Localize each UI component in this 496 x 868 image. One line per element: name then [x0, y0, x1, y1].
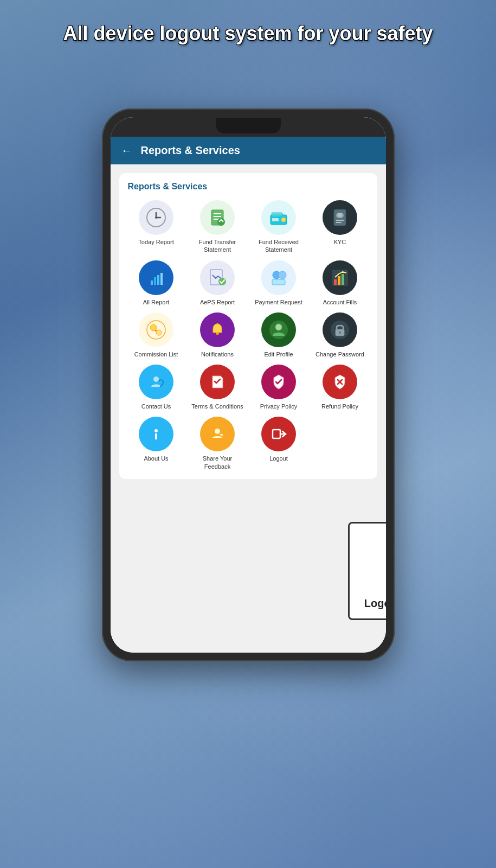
icon-fund-transfer [200, 200, 235, 235]
grid-item-aeps-report[interactable]: AePS Report [189, 260, 246, 306]
svg-rect-22 [160, 273, 163, 285]
svg-rect-20 [154, 277, 156, 285]
svg-rect-21 [157, 275, 159, 285]
icon-notifications [200, 312, 235, 347]
label-about-us: About Us [144, 455, 168, 462]
label-kyc: KYC [334, 238, 346, 246]
svg-rect-31 [342, 274, 344, 285]
label-today-report: Today Report [138, 238, 173, 246]
icon-about-us [139, 417, 173, 451]
grid-item-change-password[interactable]: Change Password [312, 312, 369, 358]
icon-commission-list [139, 312, 173, 347]
icon-refund-policy [323, 365, 357, 399]
svg-rect-37 [216, 333, 219, 335]
svg-point-26 [279, 271, 286, 279]
label-payment-request: Payment Request [255, 298, 302, 306]
back-button[interactable]: ← [121, 144, 132, 157]
svg-point-11 [281, 218, 286, 222]
icon-kyc [323, 200, 357, 235]
svg-point-40 [275, 324, 282, 330]
icon-today-report [139, 200, 173, 235]
svg-point-35 [156, 330, 162, 335]
svg-rect-12 [272, 213, 282, 217]
svg-point-43 [339, 331, 341, 334]
label-account-fills: Account Fills [323, 298, 357, 306]
label-fund-received: Fund Received Statement [250, 238, 307, 254]
grid-item-share-feedback[interactable]: Share Your Feedback [189, 417, 246, 470]
label-commission-list: Commission List [134, 350, 178, 358]
grid-item-logout[interactable]: Logout [250, 417, 307, 470]
icon-payment-request [261, 260, 296, 295]
icon-share-feedback [200, 417, 235, 451]
app-content: Reports & Services Today ReportFund Tran… [111, 164, 386, 653]
section-card: Reports & Services Today ReportFund Tran… [119, 173, 377, 479]
grid-item-today-report[interactable]: Today Report [128, 200, 185, 254]
svg-point-55 [215, 429, 220, 434]
icon-terms-conditions [200, 365, 235, 399]
icon-contact-us [139, 365, 173, 399]
grid: Today ReportFund Transfer StatementFund … [128, 200, 369, 470]
grid-item-fund-received[interactable]: Fund Received Statement [250, 200, 307, 254]
grid-item-account-fills[interactable]: Account Fills [312, 260, 369, 306]
label-fund-transfer: Fund Transfer Statement [189, 238, 246, 254]
icon-account-fills [323, 260, 357, 295]
icon-aeps-report [200, 260, 235, 295]
label-notifications: Notifications [201, 350, 234, 358]
headline: All device logout system for your safety [0, 0, 496, 56]
grid-item-commission-list[interactable]: Commission List [128, 312, 185, 358]
app-header: ← Reports & Services [111, 137, 386, 164]
label-contact-us: Contact Us [141, 403, 171, 410]
svg-rect-27 [272, 279, 285, 285]
grid-item-edit-profile[interactable]: Edit Profile [250, 312, 307, 358]
svg-rect-30 [338, 276, 340, 285]
logout-all-label: Logout All Devices [364, 597, 386, 610]
grid-item-fund-transfer[interactable]: Fund Transfer Statement [189, 200, 246, 254]
icon-all-report [139, 260, 173, 295]
label-terms-conditions: Terms & Conditions [191, 403, 243, 410]
label-change-password: Change Password [315, 350, 364, 358]
grid-item-payment-request[interactable]: Payment Request [250, 260, 307, 306]
grid-item-terms-conditions[interactable]: Terms & Conditions [189, 365, 246, 410]
icon-fund-received [261, 200, 296, 235]
icon-privacy-policy [261, 365, 296, 399]
svg-rect-19 [151, 280, 153, 285]
label-all-report: All Report [143, 298, 169, 306]
svg-point-3 [155, 216, 157, 219]
icon-edit-profile [261, 312, 296, 347]
grid-item-refund-policy[interactable]: Refund Policy [312, 365, 369, 410]
phone-mockup: ← Reports & Services Reports & Services … [102, 108, 395, 661]
svg-rect-10 [272, 218, 279, 221]
icon-change-password [323, 312, 357, 347]
label-logout: Logout [269, 455, 288, 462]
notch-area [111, 117, 386, 137]
label-privacy-policy: Privacy Policy [260, 403, 297, 410]
label-refund-policy: Refund Policy [321, 403, 358, 410]
svg-rect-29 [334, 279, 337, 285]
svg-rect-53 [155, 433, 157, 439]
grid-item-notifications[interactable]: Notifications [189, 312, 246, 358]
svg-point-52 [154, 429, 158, 432]
svg-point-15 [338, 213, 342, 217]
label-aeps-report: AePS Report [200, 298, 235, 306]
label-edit-profile: Edit Profile [264, 350, 293, 358]
section-title: Reports & Services [128, 182, 369, 192]
icon-logout [261, 417, 296, 451]
grid-item-kyc[interactable]: KYC [312, 200, 369, 254]
grid-item-privacy-policy[interactable]: Privacy Policy [250, 365, 307, 410]
svg-point-38 [216, 323, 218, 326]
header-title: Reports & Services [141, 144, 240, 157]
label-share-feedback: Share Your Feedback [189, 455, 246, 470]
grid-item-all-report[interactable]: All Report [128, 260, 185, 306]
notch [216, 118, 281, 133]
svg-point-45 [153, 376, 159, 382]
grid-item-about-us[interactable]: About Us [128, 417, 185, 470]
grid-item-contact-us[interactable]: Contact Us [128, 365, 185, 410]
logout-all-devices-popup[interactable]: Logout All Devices [348, 522, 386, 620]
